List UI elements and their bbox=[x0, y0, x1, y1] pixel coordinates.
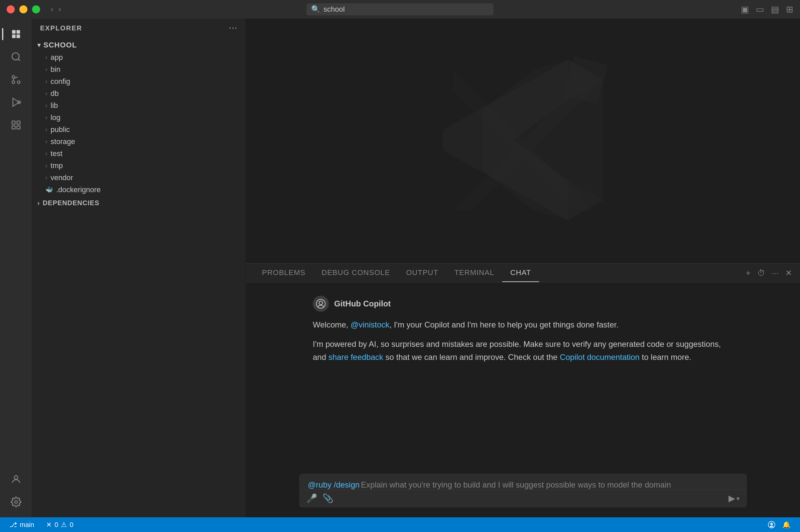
docker-icon: 🐳 bbox=[45, 186, 53, 193]
chevron-right-icon: › bbox=[45, 66, 47, 73]
folder-name: config bbox=[51, 77, 70, 86]
status-bar: ⎇ main ✕ 0 ⚠ 0 🔔 bbox=[0, 517, 800, 532]
layout-icon-1[interactable]: ▣ bbox=[741, 4, 749, 15]
tab-chat[interactable]: CHAT bbox=[502, 264, 539, 282]
sidebar-more-options[interactable]: ··· bbox=[229, 23, 237, 33]
tree-item-bin[interactable]: › bin bbox=[32, 63, 246, 76]
tree-item-vendor[interactable]: › vendor bbox=[32, 172, 246, 184]
status-branch[interactable]: ⎇ main bbox=[7, 517, 37, 532]
chevron-right-icon: › bbox=[45, 115, 47, 121]
tree-item-test[interactable]: › test bbox=[32, 148, 246, 160]
tree-item-db[interactable]: › db bbox=[32, 88, 246, 100]
microphone-icon[interactable]: 🎤 bbox=[306, 493, 317, 504]
sidebar-item-search[interactable] bbox=[6, 47, 26, 67]
chevron-right-icon: › bbox=[45, 102, 47, 109]
tree-item-app[interactable]: › app bbox=[32, 52, 246, 63]
notification-icon: 🔔 bbox=[782, 521, 791, 529]
chevron-down-icon: ▾ bbox=[37, 41, 41, 49]
back-button[interactable]: ‹ bbox=[51, 5, 53, 14]
copilot-name: GitHub Copilot bbox=[334, 299, 391, 308]
svg-rect-13 bbox=[12, 126, 15, 129]
copilot-avatar bbox=[313, 296, 329, 312]
feedback-link[interactable]: share feedback bbox=[328, 353, 383, 362]
chat-input-area: @ruby /design Explain what you're trying… bbox=[246, 467, 800, 517]
tree-item-public[interactable]: › public bbox=[32, 124, 246, 136]
tab-terminal[interactable]: TERMINAL bbox=[446, 264, 502, 282]
chat-mention: @vinistock bbox=[350, 320, 389, 329]
tree-item-log[interactable]: › log bbox=[32, 112, 246, 124]
status-copilot[interactable] bbox=[765, 521, 778, 529]
search-bar[interactable]: 🔍 school bbox=[306, 3, 494, 15]
layout-icon-2[interactable]: ▭ bbox=[756, 4, 764, 15]
sidebar-item-source-control[interactable] bbox=[6, 70, 26, 90]
sidebar-item-run-debug[interactable] bbox=[6, 92, 26, 112]
chat-input-display: @ruby /design Explain what you're trying… bbox=[300, 474, 746, 490]
title-bar: ‹ › 🔍 school ▣ ▭ ▤ ⊞ bbox=[0, 0, 800, 19]
tab-debug-console[interactable]: DEBUG CONSOLE bbox=[313, 264, 398, 282]
chevron-right-icon: › bbox=[45, 78, 47, 84]
status-errors[interactable]: ✕ 0 ⚠ 0 bbox=[43, 517, 76, 532]
svg-point-15 bbox=[14, 476, 18, 479]
svg-point-19 bbox=[319, 301, 323, 305]
chevron-right-icon: › bbox=[45, 163, 47, 169]
docs-link[interactable]: Copilot documentation bbox=[560, 353, 640, 362]
tree-item-lib[interactable]: › lib bbox=[32, 100, 246, 112]
chat-welcome-text: Welcome, @vinistock, I'm your Copilot an… bbox=[313, 319, 733, 331]
sidebar-item-accounts[interactable] bbox=[6, 469, 26, 489]
editor-main bbox=[246, 19, 800, 263]
svg-point-6 bbox=[17, 81, 20, 83]
attach-icon[interactable]: 📎 bbox=[322, 493, 333, 504]
layout-icon-4[interactable]: ⊞ bbox=[786, 4, 793, 15]
tree-item-config[interactable]: › config bbox=[32, 76, 246, 88]
folder-name: public bbox=[51, 125, 70, 134]
layout-icon-3[interactable]: ▤ bbox=[771, 4, 779, 15]
add-panel-icon[interactable]: + bbox=[746, 268, 750, 278]
tree-root-school[interactable]: ▾ SCHOOL bbox=[32, 39, 246, 52]
vscode-logo bbox=[423, 40, 623, 242]
sidebar-item-settings[interactable] bbox=[6, 492, 26, 512]
file-name: .dockerignore bbox=[56, 186, 100, 194]
nav-buttons: ‹ › bbox=[51, 5, 61, 14]
error-icon: ✕ bbox=[46, 521, 52, 529]
send-button[interactable]: ▶ ▾ bbox=[728, 493, 740, 504]
svg-rect-0 bbox=[12, 30, 16, 34]
chevron-right-icon: › bbox=[45, 55, 47, 60]
search-text: school bbox=[323, 5, 345, 14]
svg-line-5 bbox=[18, 59, 20, 61]
svg-rect-3 bbox=[16, 34, 20, 38]
sidebar-item-extensions[interactable] bbox=[6, 115, 26, 135]
svg-point-21 bbox=[770, 522, 773, 525]
tree-item-storage[interactable]: › storage bbox=[32, 136, 246, 148]
tree-item-tmp[interactable]: › tmp bbox=[32, 160, 246, 172]
more-options-icon[interactable]: ··· bbox=[772, 268, 779, 278]
tab-problems[interactable]: PROBLEMS bbox=[254, 264, 313, 282]
tree-item-dockerignore[interactable]: 🐳 .dockerignore bbox=[32, 184, 246, 196]
svg-rect-12 bbox=[17, 121, 20, 124]
forward-button[interactable]: › bbox=[58, 5, 61, 14]
minimize-button[interactable] bbox=[19, 5, 27, 13]
svg-rect-14 bbox=[17, 126, 20, 129]
folder-name: test bbox=[51, 149, 62, 158]
warning-icon: ⚠ bbox=[61, 521, 67, 529]
section-dependencies[interactable]: › DEPENDENCIES bbox=[32, 196, 246, 210]
status-notifications[interactable]: 🔔 bbox=[780, 521, 793, 529]
folder-name: tmp bbox=[51, 162, 63, 170]
folder-name: lib bbox=[51, 101, 58, 110]
chat-input-prefix: @ruby /design bbox=[308, 480, 360, 490]
sidebar-item-explorer[interactable] bbox=[6, 24, 26, 44]
panel: PROBLEMS DEBUG CONSOLE OUTPUT TERMINAL C… bbox=[246, 263, 800, 517]
close-button[interactable] bbox=[7, 5, 15, 13]
main-layout: EXPLORER ··· ▾ SCHOOL › app › bin › conf… bbox=[0, 19, 800, 517]
maximize-button[interactable] bbox=[32, 5, 40, 13]
project-name: SCHOOL bbox=[43, 41, 77, 50]
history-icon[interactable]: ⏱ bbox=[757, 268, 765, 278]
activity-bar-bottom bbox=[6, 469, 26, 512]
close-panel-icon[interactable]: ✕ bbox=[785, 268, 792, 278]
activity-bar bbox=[0, 19, 32, 517]
tab-output[interactable]: OUTPUT bbox=[398, 264, 446, 282]
chevron-right-icon: › bbox=[45, 175, 47, 181]
title-bar-right: ▣ ▭ ▤ ⊞ bbox=[741, 4, 793, 15]
panel-tab-actions: + ⏱ ··· ✕ bbox=[746, 268, 792, 278]
chevron-right-icon: › bbox=[37, 199, 40, 207]
chat-message-header: GitHub Copilot bbox=[313, 296, 733, 312]
